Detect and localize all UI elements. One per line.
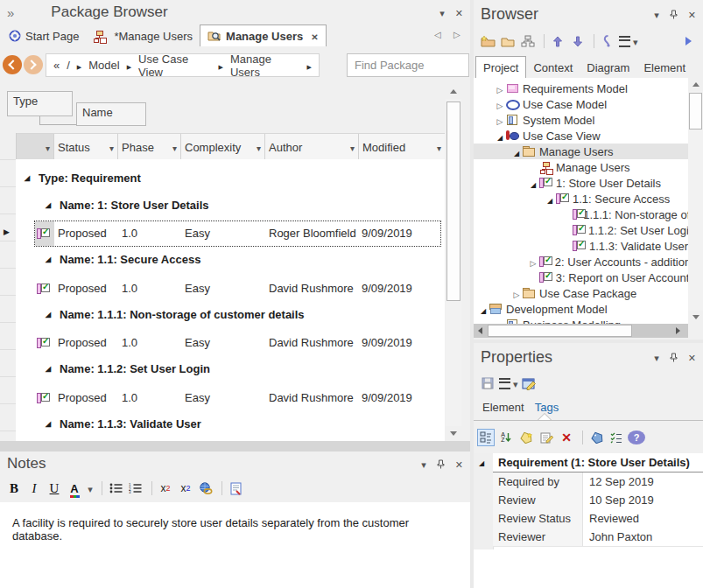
breadcrumb-item-use-case-view[interactable]: Use Case View — [138, 52, 212, 79]
column-header-complexity[interactable]: Complexity — [181, 134, 265, 160]
tag-row-reviewer[interactable]: Reviewer John Paxton — [493, 528, 703, 547]
expand-icon[interactable] — [477, 303, 489, 316]
save-icon[interactable] — [479, 374, 496, 392]
pin-icon[interactable] — [437, 459, 445, 469]
breadcrumb-item-manage-users[interactable]: Manage Users — [230, 52, 300, 79]
column-header-phase[interactable]: Phase — [118, 134, 181, 160]
hamburger-menu-icon[interactable] — [619, 32, 638, 50]
tree-item-req-1-1-2[interactable]: ✓ 1.1.2: Set User Login — [474, 222, 688, 238]
font-color-icon[interactable]: A — [66, 480, 83, 497]
scroll-down-button[interactable] — [688, 311, 703, 324]
delete-tag-icon[interactable]: ✕ — [558, 429, 575, 446]
expand-icon[interactable] — [494, 130, 506, 143]
expand-icon[interactable] — [527, 177, 539, 190]
dropdown-icon[interactable] — [172, 141, 177, 154]
tag-row-review-status[interactable]: Review Status Reviewed — [493, 509, 703, 528]
collapse-group-icon[interactable] — [46, 365, 51, 373]
scroll-up-button[interactable] — [446, 84, 461, 99]
collapse-group-icon[interactable] — [46, 311, 51, 318]
package-tree-icon[interactable] — [519, 32, 537, 50]
scroll-left-button[interactable] — [474, 325, 486, 337]
breadcrumb-root[interactable]: / — [67, 59, 70, 72]
expand-icon[interactable] — [544, 192, 556, 206]
tree-item-requirements-model[interactable]: Requirements Model — [474, 80, 688, 96]
find-package-input[interactable] — [348, 54, 468, 76]
panel-menu-icon[interactable] — [439, 6, 445, 19]
notes-editor[interactable]: A facility is required to securely store… — [0, 502, 470, 588]
tab-manage-users-package-browser[interactable]: Manage Users — [200, 24, 327, 46]
bullet-list-icon[interactable] — [107, 480, 124, 497]
group-field-name[interactable]: Name — [76, 102, 146, 126]
horizontal-splitter[interactable] — [0, 441, 470, 452]
bold-icon[interactable]: B — [5, 480, 23, 497]
navigate-forward-button[interactable] — [24, 55, 43, 74]
insert-document-icon[interactable] — [227, 480, 244, 497]
expand-icon[interactable] — [494, 82, 506, 95]
tree-item-manage-users-diagram[interactable]: Manage Users — [474, 159, 688, 175]
dropdown-icon[interactable] — [109, 141, 114, 154]
group-field-type[interactable]: Type — [7, 91, 73, 116]
panel-menu-icon[interactable] — [654, 351, 659, 364]
expand-icon[interactable] — [494, 98, 506, 111]
dropdown-icon[interactable] — [46, 141, 50, 154]
group-row-type-requirement[interactable]: Type: Requirement — [16, 166, 445, 189]
open-folder-icon[interactable] — [499, 32, 517, 50]
tab-diagram[interactable]: Diagram — [580, 57, 636, 78]
show-tags-icon[interactable] — [587, 429, 605, 446]
edit-tag-icon[interactable] — [538, 429, 555, 446]
group-row-name-1-1-1[interactable]: Name: 1.1.1: Non-storage of customer det… — [16, 303, 445, 326]
tree-item-development-model[interactable]: Development Model — [474, 301, 688, 317]
tag-row-required-by[interactable]: Required by 12 Sep 2019 — [493, 472, 703, 492]
numbered-list-icon[interactable]: 123 — [127, 480, 144, 497]
column-header-author[interactable]: Author — [265, 134, 359, 160]
hyperlink-icon[interactable] — [197, 480, 214, 497]
tree-item-req-1-1-3[interactable]: ✓ 1.1.3: Validate User — [474, 238, 688, 254]
tree-item-use-case-model[interactable]: Use Case Model — [474, 96, 688, 112]
expand-icon[interactable] — [510, 145, 523, 158]
tab-element[interactable]: Element — [636, 57, 692, 78]
breadcrumb-item-model[interactable]: Model — [88, 59, 119, 72]
requirement-row[interactable]: ✓ Proposed 1.0 Easy David Rushmore 9/09/… — [16, 276, 445, 302]
tree-item-req-2[interactable]: ✓ 2: User Accounts - additional — [474, 254, 688, 270]
tree-item-req-1-1[interactable]: ✓ 1.1: Secure Access — [474, 191, 688, 206]
checklist-icon[interactable] — [608, 429, 625, 446]
tab-scroll-right-icon[interactable]: ▷ — [453, 30, 460, 39]
breadcrumb-separator-icon[interactable] — [219, 59, 223, 72]
underline-icon[interactable]: U — [46, 480, 63, 497]
scrollbar-thumb[interactable] — [689, 93, 702, 130]
italic-icon[interactable]: I — [25, 480, 43, 497]
tag-row-review-complete[interactable]: Review Complete 10 Sep 2019 — [493, 491, 703, 510]
help-icon[interactable]: ? — [628, 430, 645, 444]
requirement-row[interactable]: ✓ Proposed 1.0 Easy David Rushmore 9/09/… — [16, 385, 445, 411]
dropdown-icon[interactable] — [257, 141, 261, 154]
collapse-group-icon[interactable] — [479, 459, 484, 467]
new-tag-icon[interactable] — [517, 429, 535, 446]
dropdown-icon[interactable] — [437, 141, 441, 154]
tree-vertical-scrollbar[interactable] — [688, 78, 703, 324]
locate-icon[interactable] — [599, 32, 616, 50]
breadcrumb-separator-icon[interactable] — [77, 59, 81, 72]
column-header-modified[interactable]: Modified — [359, 134, 445, 160]
collapse-group-icon[interactable] — [46, 420, 51, 428]
column-header-icon[interactable] — [16, 134, 54, 160]
tags-group-header[interactable]: Requirement (1: Store User Details) — [493, 453, 703, 472]
tag-value[interactable]: Reviewed — [583, 509, 703, 528]
collapse-group-icon[interactable] — [46, 256, 51, 263]
scroll-up-button[interactable] — [688, 78, 703, 91]
collapse-group-icon[interactable] — [25, 174, 30, 182]
font-color-dropdown-icon[interactable] — [86, 480, 95, 497]
sort-az-icon[interactable]: AZ — [497, 429, 515, 446]
tree-item-req-1[interactable]: ✓ 1: Store User Details — [474, 175, 688, 191]
collapse-group-icon[interactable] — [46, 201, 51, 209]
column-header-status[interactable]: Status — [54, 134, 118, 160]
overflow-chevrons-icon[interactable] — [7, 5, 14, 20]
panel-close-icon[interactable] — [688, 8, 696, 21]
tree-item-use-case-package[interactable]: Use Case Package — [474, 285, 688, 301]
panel-close-icon[interactable] — [455, 6, 463, 19]
tree-item-business-modelling[interactable]: Business Modelling — [474, 317, 688, 324]
expand-icon[interactable] — [527, 256, 539, 269]
move-up-icon[interactable] — [549, 32, 566, 50]
scroll-down-button[interactable] — [446, 426, 461, 441]
tab-context[interactable]: Context — [526, 57, 580, 78]
expand-icon[interactable] — [510, 287, 523, 300]
